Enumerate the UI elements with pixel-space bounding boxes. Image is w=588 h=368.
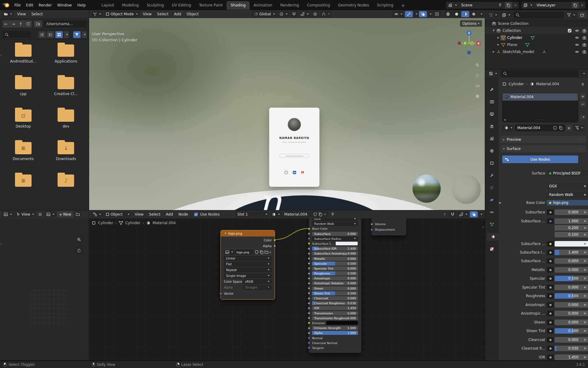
axis-x[interactable]: X [476,41,481,46]
folder-item[interactable]: ≣Documents [2,142,45,161]
repeat-dropdown[interactable]: Repeat [224,268,272,272]
prop-specular-tint-slider[interactable]: 0.000 [555,285,588,290]
overlays-toggle[interactable] [470,211,478,217]
slot-specials-dropdown[interactable] [579,114,586,120]
specular-tint-input-socket[interactable] [308,267,310,270]
displacement-input-socket[interactable] [371,228,373,231]
alpha-input-socket[interactable] [308,332,310,334]
editor-type-button[interactable] [2,211,14,217]
checkbox-icon[interactable] [566,29,573,33]
ior-input-socket[interactable] [308,307,310,309]
camera-icon[interactable] [581,43,588,47]
bsdf-alpha-slider[interactable]: Alpha1.000 [312,331,358,335]
axis-neg-y[interactable] [470,41,474,45]
alpha-output-socket[interactable] [273,245,276,247]
socket-decorator[interactable] [547,258,554,264]
subsurface-c-input-socket[interactable] [308,242,310,245]
snap-node-dropdown[interactable] [457,211,469,217]
shading-solid-button[interactable] [453,11,461,17]
normal-input-socket[interactable] [308,337,310,339]
properties-tab-object[interactable] [487,159,497,167]
copy-icon[interactable] [506,3,511,7]
metallic-input-socket[interactable] [308,257,310,260]
breadcrumb-material[interactable]: Material.004 [536,82,559,86]
pan-tool[interactable] [474,72,481,79]
pan-button[interactable] [75,247,83,255]
use-nodes-button[interactable]: Use Nodes [502,155,578,163]
socket-decorator[interactable] [547,267,554,273]
camera-icon[interactable] [581,50,588,54]
transmission-input-socket[interactable] [308,312,310,314]
keyframe-dot[interactable] [584,347,586,349]
folder-item[interactable]: AndroidStud... [2,44,45,63]
sheen-tint-input-socket[interactable] [308,292,310,294]
menu-select[interactable]: Select [28,11,45,17]
keyframe-dot[interactable] [584,185,586,187]
image-browse-dropdown[interactable] [224,250,234,255]
disclosure-toggle[interactable]: ▶ [492,50,496,53]
folder-item[interactable]: ♪ [45,174,88,194]
snap-toggle[interactable] [290,11,298,17]
folder-item[interactable]: ≣ [2,174,45,194]
forward-button[interactable]: → [10,20,17,28]
keyframe-dot[interactable] [584,269,586,271]
search-input[interactable] [501,70,579,77]
sheen-input-socket[interactable] [308,287,310,289]
search-input[interactable] [2,31,31,38]
keyframe-dot[interactable] [584,304,586,306]
shield-icon[interactable] [313,212,317,217]
editor-type-button[interactable] [487,12,499,18]
disclosure-toggle[interactable]: ▶ [496,43,500,46]
socket-decorator[interactable] [547,241,554,247]
slot-dropdown[interactable]: Slot 1 [236,211,269,217]
prop-metallic-slider[interactable]: 0.000 [555,267,588,273]
editor-type-button[interactable] [2,11,14,17]
axis-neg-z[interactable] [467,51,471,55]
scene-selector[interactable]: Scene × [446,2,519,9]
zoom-tool[interactable] [474,62,481,68]
shading-dropdown[interactable] [478,11,483,17]
properties-tab-tool[interactable] [487,86,497,94]
subsurface-radius-input-socket[interactable] [308,237,310,240]
image-texture-node[interactable]: logo.png ColorAlpha logo.png × LinearFla… [221,230,275,300]
bsdf-anisotropic-rotation-slider[interactable]: Anisotropic Rotation0.000 [312,281,358,285]
principled-bsdf-node[interactable]: GGXRandom WalkBase ColorSubsurface0.000S… [309,218,361,353]
region-expand-chevron[interactable]: › [0,242,2,246]
breadcrumb-item[interactable]: Cylinder [98,221,113,225]
tab-uv-editing[interactable]: UV Editing [168,1,195,10]
prop-sheen-tint-slider[interactable]: 0.500 [555,328,588,334]
menu-view[interactable]: View [14,11,28,17]
bsdf-ior-slider[interactable]: IOR1.450 [312,306,358,310]
bsdf-transmission-slider[interactable]: Transmission0.000 [312,311,358,315]
keyframe-dot[interactable] [584,220,586,222]
tab-layout[interactable]: Layout [98,1,118,10]
new-collection-button[interactable] [578,12,586,18]
tab-compositing[interactable]: Compositing [303,1,334,10]
breadcrumb-item[interactable]: Material.004 [153,221,175,225]
close-icon[interactable]: × [579,3,586,7]
unlink-button[interactable]: × [566,125,572,131]
color-output-socket[interactable] [273,239,276,241]
tab-rendering[interactable]: Rendering [276,1,303,10]
horizontal-list-view-button[interactable] [47,31,54,38]
viewlayer-selector[interactable]: ViewLayer × [521,2,586,9]
alpha-mode-dropdown[interactable]: Straight [243,285,272,290]
camera-view-toggle[interactable] [474,82,481,89]
menu-render[interactable]: Render [36,2,55,8]
clearcoat-normal-input-socket[interactable] [308,342,310,344]
folder-item[interactable]: dev [45,109,88,128]
linear-dropdown[interactable]: Linear [224,256,272,261]
socket-decorator[interactable] [547,355,554,360]
anisotropic-rotation-input-socket[interactable] [308,282,310,285]
keyframe-dot[interactable] [584,286,586,288]
socket-decorator[interactable] [547,276,554,281]
tab-scripting[interactable]: Scripting [373,1,397,10]
eye-icon[interactable] [573,43,581,47]
copy-icon[interactable] [573,3,577,7]
bsdf-clearcoat-roughness-slider[interactable]: Clearcoat Roughness0.030 [312,301,358,305]
region-expand-chevron[interactable]: › [0,53,2,57]
eye-icon[interactable] [573,50,581,54]
properties-tab-particles[interactable] [487,184,497,192]
transform-orientation-dropdown[interactable]: Global [252,11,277,17]
shading-rendered-button[interactable] [470,11,478,17]
